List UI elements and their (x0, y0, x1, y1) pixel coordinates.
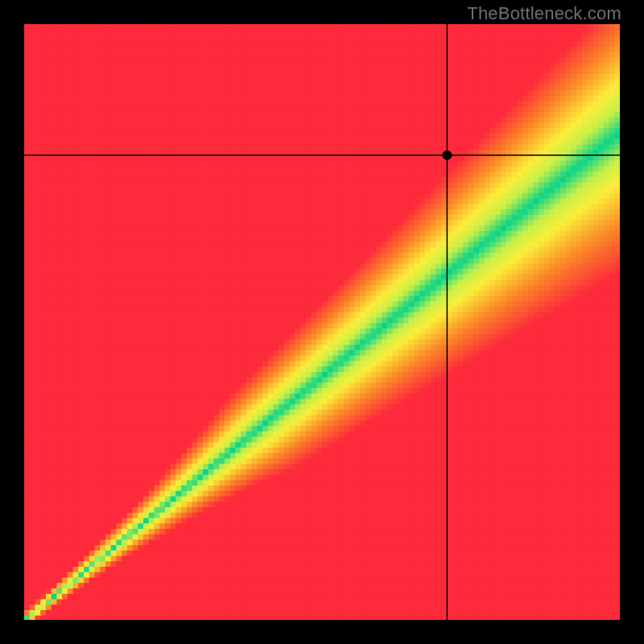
heatmap-canvas (24, 24, 620, 620)
watermark-text: TheBottleneck.com (467, 3, 621, 24)
chart-frame: TheBottleneck.com (0, 0, 644, 644)
